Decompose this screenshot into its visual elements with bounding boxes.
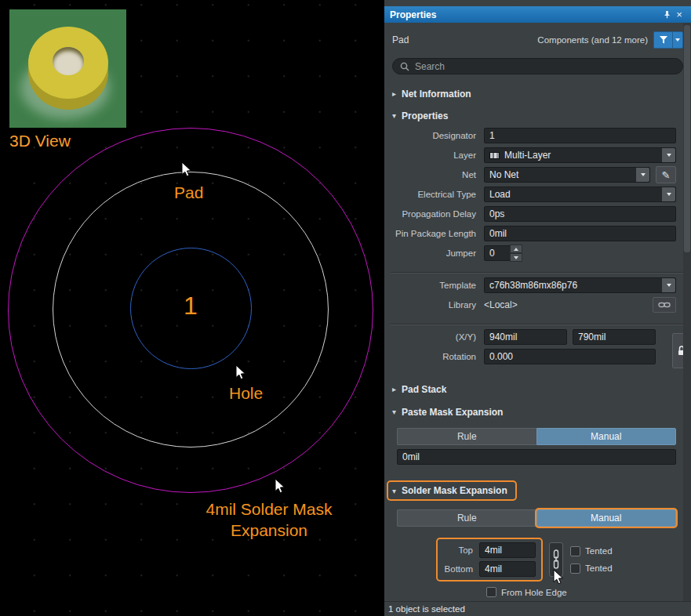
- stepper-down-button[interactable]: [510, 253, 522, 262]
- status-bar: 1 object is selected: [384, 601, 691, 616]
- scrollbar-thumb[interactable]: [684, 25, 690, 252]
- collapsed-marker-icon: ▸: [392, 89, 396, 98]
- search-icon: [400, 62, 409, 71]
- from-hole-edge-row: From Hole Edge: [486, 587, 691, 597]
- propagation-delay-label: Propagation Delay: [384, 209, 484, 219]
- section-net-information[interactable]: ▸ Net Information: [384, 88, 691, 100]
- stepper-up-button[interactable]: [510, 245, 522, 253]
- chevron-down-icon: [636, 168, 649, 182]
- paste-mask-manual-button[interactable]: Manual: [536, 428, 677, 445]
- jumper-field[interactable]: [484, 245, 511, 261]
- view3d-label: 3D View: [9, 132, 71, 150]
- position-fields: (X/Y) Rotation: [384, 329, 691, 364]
- section-paste-mask-expansion[interactable]: ▾ Paste Mask Expansion: [384, 406, 691, 418]
- propagation-delay-field[interactable]: [484, 206, 676, 222]
- properties-panel: Properties × Pad Components (and 12 more…: [384, 0, 691, 616]
- pin-package-length-field[interactable]: [484, 226, 676, 241]
- expanded-marker-icon: ▾: [392, 111, 396, 120]
- section-properties[interactable]: ▾ Properties: [384, 110, 691, 121]
- electrical-type-label: Electrical Type: [384, 190, 484, 199]
- y-position-field[interactable]: [573, 329, 656, 345]
- electrical-type-dropdown[interactable]: Load: [484, 187, 676, 202]
- solder-mask-top-bottom-group: Top Bottom: [438, 539, 541, 580]
- section-paste-mask-label: Paste Mask Expansion: [402, 407, 503, 418]
- solder-mask-mode-toggle: Rule Manual: [397, 509, 676, 527]
- collapsed-marker-icon: ▸: [392, 385, 396, 393]
- search-box[interactable]: [392, 58, 683, 74]
- electrical-type-value: Load: [489, 189, 511, 200]
- pin-package-length-row: Pin Package Length: [384, 226, 676, 241]
- tented-bottom-checkbox[interactable]: [570, 563, 580, 574]
- top-expansion-field[interactable]: [479, 542, 536, 558]
- solder-mask-rule-button[interactable]: Rule: [397, 509, 536, 527]
- designator-row: Designator: [384, 128, 676, 143]
- pencil-icon: ✎: [662, 169, 671, 181]
- expanded-marker-icon: ▾: [392, 487, 396, 495]
- search-input[interactable]: [415, 61, 675, 72]
- paste-mask-expansion-field[interactable]: [397, 449, 676, 465]
- pcb-canvas[interactable]: 1 Pad Hole 4mil Solder Mask Expansion 3D…: [0, 0, 384, 616]
- solder-mask-annotation-line1: 4mil Solder Mask: [187, 498, 351, 520]
- edit-net-button[interactable]: ✎: [656, 166, 676, 183]
- chevron-down-icon: [662, 187, 675, 201]
- designator-label: Designator: [384, 131, 484, 140]
- bottom-expansion-field[interactable]: [479, 561, 536, 577]
- scope-label: Components (and 12 more): [537, 35, 648, 45]
- library-link-button[interactable]: [653, 297, 676, 313]
- designator-field[interactable]: [484, 128, 676, 143]
- x-position-field[interactable]: [484, 329, 567, 345]
- altium-pad-properties-screen: 1 Pad Hole 4mil Solder Mask Expansion 3D…: [0, 0, 691, 616]
- pin-icon[interactable]: [660, 9, 673, 21]
- paste-mask-mode-toggle: Rule Manual: [397, 428, 676, 445]
- expanded-marker-icon: ▾: [392, 408, 396, 416]
- layer-dropdown[interactable]: Multi-Layer: [484, 147, 676, 163]
- library-label: Library: [384, 300, 484, 310]
- solder-mask-manual-button[interactable]: Manual: [536, 509, 677, 527]
- paste-mask-value-row: [397, 449, 676, 465]
- pad-annotation: Pad: [174, 183, 203, 202]
- panel-header: Properties ×: [384, 6, 691, 23]
- tented-top-checkbox[interactable]: [570, 546, 580, 556]
- top-label: Top: [443, 545, 479, 555]
- template-dropdown[interactable]: c76h38m86mx86p76: [484, 277, 676, 293]
- electrical-type-row: Electrical Type Load: [384, 187, 676, 202]
- section-pad-stack[interactable]: ▸ Pad Stack: [384, 383, 691, 395]
- solder-mask-bottom-row: Bottom: [443, 561, 536, 577]
- selected-object-type: Pad: [392, 34, 537, 45]
- pad-3d-preview-image: [9, 9, 126, 128]
- rotation-field[interactable]: [484, 349, 656, 364]
- torus-hole: [53, 47, 84, 75]
- pad-designator-text: 1: [167, 292, 214, 321]
- bottom-label: Bottom: [443, 564, 479, 574]
- xy-row: (X/Y): [384, 329, 676, 345]
- template-row: Template c76h38m86mx86p76: [384, 277, 676, 293]
- close-icon[interactable]: ×: [673, 9, 686, 21]
- hole-annotation: Hole: [229, 384, 263, 403]
- status-text: 1 object is selected: [388, 604, 465, 614]
- layer-label: Layer: [384, 150, 484, 160]
- library-value: <Local>: [484, 299, 647, 310]
- library-row: Library <Local>: [384, 297, 676, 313]
- divider: [391, 324, 685, 325]
- rotation-label: Rotation: [384, 352, 484, 361]
- xy-label: (X/Y): [384, 332, 484, 342]
- search-row: [392, 58, 683, 74]
- from-hole-edge-checkbox[interactable]: [486, 587, 496, 597]
- tented-top-row: Tented: [570, 546, 613, 556]
- panel-scrollbar[interactable]: [683, 23, 691, 601]
- section-pad-stack-label: Pad Stack: [402, 384, 446, 395]
- chevron-down-icon: [662, 278, 675, 292]
- layer-row: Layer Multi-Layer: [384, 147, 676, 163]
- section-solder-mask-expansion[interactable]: ▾ Solder Mask Expansion: [384, 482, 691, 499]
- filter-dropdown-button[interactable]: [672, 31, 683, 49]
- divider: [391, 272, 685, 274]
- template-fields: Template c76h38m86mx86p76 Library <Local…: [384, 277, 691, 313]
- net-dropdown[interactable]: No Net: [484, 167, 650, 183]
- vertical-chain-link-icon: [552, 549, 560, 570]
- solder-mask-annotation-line2: Expansion: [187, 520, 351, 541]
- chain-link-icon: [658, 301, 671, 309]
- filter-button[interactable]: [653, 31, 672, 49]
- paste-mask-rule-button[interactable]: Rule: [397, 428, 536, 445]
- chevron-down-icon: [675, 38, 680, 42]
- funnel-icon: [659, 35, 668, 45]
